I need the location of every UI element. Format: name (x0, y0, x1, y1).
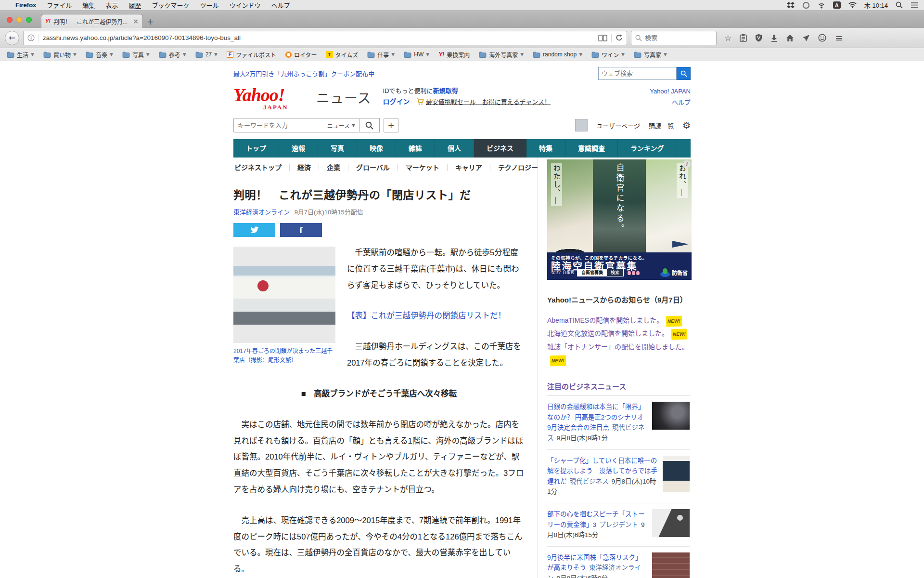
bookmark-reuters[interactable]: ロイター (285, 51, 317, 59)
news-thumbnail[interactable] (663, 456, 690, 492)
tab-personal[interactable]: 個人 (435, 139, 474, 158)
bookmark-transit[interactable]: Y!乗換案内 (438, 51, 470, 59)
news-thumbnail[interactable] (652, 509, 690, 537)
facebook-share-button[interactable]: f (280, 223, 322, 237)
hotspot-icon[interactable] (818, 2, 825, 9)
subtab-business-top[interactable]: ビジネストップ (233, 164, 290, 171)
reload-icon[interactable] (616, 34, 623, 41)
menu-window[interactable]: ウインドウ (229, 0, 260, 10)
add-search-tab-button[interactable]: + (384, 118, 398, 132)
web-search-input[interactable] (598, 67, 677, 80)
clipboard-icon[interactable] (740, 34, 747, 42)
minimize-window-button[interactable] (16, 17, 22, 23)
bookmark-times[interactable]: Tタイムズ (326, 51, 359, 59)
tab-poll[interactable]: 意識調査 (565, 139, 618, 158)
promo-link[interactable]: 最大2万円引き「九州ふっこう割」クーポン配布中 (233, 69, 374, 78)
tab-close-icon[interactable]: × (133, 17, 139, 25)
tab-special[interactable]: 特集 (526, 139, 565, 158)
article-photo[interactable] (233, 247, 335, 343)
bookmark-star-icon[interactable]: ☆ (724, 33, 732, 43)
input-source-icon[interactable]: A (833, 1, 841, 9)
sale-link[interactable]: 最安値挑戦セール お得に買えるチャンス！ (426, 98, 551, 105)
tab-video[interactable]: 映像 (357, 139, 396, 158)
subtab-market[interactable]: マーケット (398, 164, 448, 171)
menu-history[interactable]: 履歴 (128, 0, 141, 10)
bookmark-folder-music[interactable]: 音楽▼ (86, 51, 113, 59)
article-source-link[interactable]: 東洋経済オンライン (233, 209, 290, 216)
home-icon[interactable] (786, 34, 794, 42)
news-thumbnail[interactable] (652, 552, 690, 578)
subscriptions-link[interactable]: 購読一覧 (649, 121, 674, 130)
web-search-button[interactable] (677, 67, 691, 80)
search-category-select[interactable]: ニュース (327, 121, 350, 130)
downloads-icon[interactable] (770, 34, 778, 42)
service-name[interactable]: ニュース (316, 88, 372, 107)
tab-top[interactable]: トップ (233, 139, 279, 158)
subtab-career[interactable]: キャリア (448, 164, 490, 171)
url-text[interactable]: zasshi.news.yahoo.co.jp/article?a=201609… (43, 34, 594, 41)
help-link[interactable]: ヘルプ (650, 97, 691, 108)
jsdf-recruitment-ad[interactable]: i わたし、― 自衛官になる。 おれ、― その気持ちが、この国を守るチカラになる… (547, 159, 692, 280)
subtab-global[interactable]: グローバル (348, 164, 398, 171)
bookmark-folder-life[interactable]: 生活▼ (7, 51, 34, 59)
tab-magazine[interactable]: 雑誌 (396, 139, 435, 158)
gear-icon[interactable]: ⚙ (682, 120, 691, 131)
search-bar[interactable] (631, 31, 717, 45)
shield-icon[interactable] (755, 34, 762, 42)
notice-item[interactable]: 北海道文化放送の配信を開始しました。NEW! (547, 327, 690, 340)
menu-help[interactable]: ヘルプ (271, 0, 290, 10)
tab-ranking[interactable]: ランキング (618, 139, 677, 158)
menubar-clock[interactable]: 木 10:14 (864, 0, 888, 10)
news-list-item[interactable]: 9月後半に米国株「急落リスク」が高まりそう東洋経済オンライン9月8日(木)6時0… (547, 547, 690, 578)
news-list-item[interactable]: 日銀の金融緩和は本当に「限界」なのか？ 円高是正2つのシナリオ 9月決定会合の注… (547, 396, 690, 449)
bookmark-folder-27[interactable]: 27▼ (195, 51, 218, 58)
bookmark-folder-reference[interactable]: 参考▼ (159, 51, 186, 59)
menu-hamburger-icon[interactable]: ≡ (835, 32, 843, 44)
reader-mode-icon[interactable] (598, 35, 607, 41)
new-tab-button[interactable]: + (143, 15, 157, 28)
bookmark-filepost[interactable]: Fファイルポスト (227, 51, 276, 59)
tab-flash[interactable]: 速報 (279, 139, 318, 158)
zoom-window-button[interactable] (26, 17, 32, 23)
ad-search-box[interactable]: 自衛官募集 検索 (577, 269, 624, 276)
menu-bookmarks[interactable]: ブックマーク (152, 0, 189, 10)
creative-cloud-icon[interactable] (802, 2, 810, 9)
tab-photos[interactable]: 写真 (318, 139, 357, 158)
menu-firefox[interactable]: Firefox (15, 1, 36, 9)
dropbox-icon[interactable] (787, 2, 795, 9)
bookmark-folder-overseas-photographers[interactable]: 海外写真家▼ (479, 51, 524, 59)
bookmark-folder-random-shop[interactable]: random shop▼ (533, 51, 582, 58)
ad-search-button[interactable]: 検索 (607, 269, 623, 276)
share-icon[interactable] (802, 34, 810, 42)
notification-center-icon[interactable] (911, 2, 918, 8)
keyword-input[interactable] (238, 122, 327, 129)
signup-link[interactable]: 新規取得 (433, 87, 458, 94)
bookmark-folder-photo[interactable]: 写真▼ (122, 51, 150, 59)
notice-item[interactable]: AbemaTIMESの配信を開始しました。NEW! (547, 314, 690, 327)
bookmark-folder-shopping[interactable]: 買い物▼ (43, 51, 77, 59)
table-list-link[interactable]: 【表】これが三越伊勢丹の閉鎖店リストだ！ (347, 311, 506, 320)
ad-info-icon[interactable]: i (683, 160, 691, 168)
bookmark-folder-hw[interactable]: HW▼ (404, 51, 429, 58)
feedback-smiley-icon[interactable] (818, 34, 826, 42)
url-bar[interactable]: zasshi.news.yahoo.co.jp/article?a=201609… (23, 31, 627, 45)
subtab-economy[interactable]: 経済 (290, 164, 319, 171)
search-input[interactable] (645, 34, 703, 41)
spotlight-icon[interactable] (896, 1, 903, 9)
yahoo-japan-logo[interactable]: Yahoo! JAPAN (233, 86, 315, 110)
news-list-item[interactable]: 「シャープ化」していく日本に唯一の解を提示しよう 没落してからでは手遅れだ現代ビ… (547, 450, 690, 503)
login-link[interactable]: ログイン (383, 98, 410, 105)
menu-file[interactable]: ファイル (47, 0, 72, 10)
bookmark-folder-work[interactable]: 仕事▼ (367, 51, 395, 59)
photo-caption[interactable]: 2017年春ごろの閉鎖が決まった三越千葉店（撮影：尾形文繁） (233, 347, 335, 365)
user-page-link[interactable]: ユーザーページ (596, 121, 640, 130)
subtab-companies[interactable]: 企業 (319, 164, 348, 171)
keyword-search-box[interactable]: ニュース ▼ (233, 118, 359, 132)
menu-edit[interactable]: 編集 (82, 0, 95, 10)
yahoo-top-link[interactable]: Yahoo! JAPAN (650, 86, 691, 97)
keyword-search-button[interactable] (359, 118, 380, 132)
news-list-item[interactable]: 部下の心を掴むスピーチ「ストーリーの黄金律」3プレジデント9月8日(木)6時15… (547, 503, 690, 547)
tab-business[interactable]: ビジネス (474, 139, 526, 158)
user-avatar[interactable] (575, 119, 588, 131)
menu-view[interactable]: 表示 (105, 0, 118, 10)
